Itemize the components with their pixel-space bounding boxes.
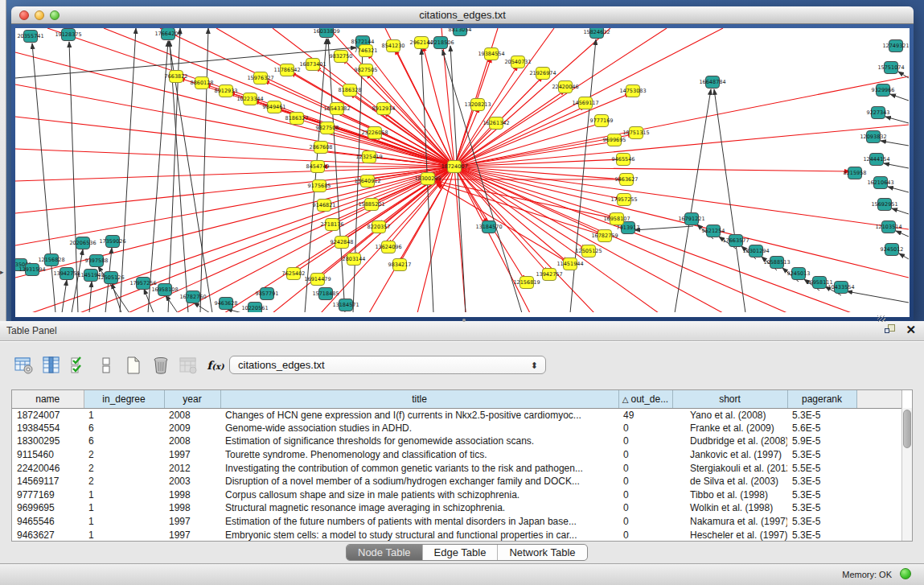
table-cell[interactable]: Changes of HCN gene expression and I(f) … — [220, 408, 618, 422]
graph-node[interactable]: 20355741 — [17, 31, 43, 43]
table-row[interactable]: 1456911722003Disruption of a novel membe… — [12, 475, 901, 488]
column-header-name[interactable]: name — [12, 390, 84, 408]
table-cell[interactable]: 9777169 — [12, 488, 84, 502]
table-cell[interactable]: 1997 — [164, 448, 220, 462]
graph-node[interactable]: 16791221 — [678, 213, 704, 225]
graph-node[interactable]: 9146821 — [313, 200, 336, 212]
network-canvas[interactable]: 2035574119128375176642081603380985721448… — [15, 28, 910, 317]
graph-node[interactable]: 8186327 — [285, 113, 309, 125]
graph-node[interactable]: 8860128 — [191, 77, 214, 89]
table-panel-header[interactable]: Table Panel ✕ — [0, 321, 924, 341]
graph-edge[interactable] — [885, 117, 909, 123]
table-row[interactable]: 2242004622012Investigating the contribut… — [12, 461, 901, 475]
graph-edge[interactable] — [454, 76, 909, 167]
graph-node[interactable]: 9245013 — [787, 268, 811, 280]
graph-edge[interactable] — [454, 167, 568, 262]
table-cell[interactable]: 22420046 — [12, 461, 84, 475]
graph-node[interactable]: 17359026 — [99, 236, 125, 248]
table-cell[interactable]: 1997 — [164, 515, 220, 529]
graph-node[interactable]: 9777169 — [590, 115, 614, 127]
table-cell[interactable]: 2008 — [164, 408, 220, 422]
table-cell[interactable]: 1998 — [164, 501, 220, 515]
network-view-window[interactable]: citations_edges.txt 20355741191283751766… — [11, 6, 914, 321]
graph-node[interactable]: 8220357 — [368, 221, 391, 233]
graph-edge[interactable] — [454, 167, 659, 312]
graph-node[interactable]: 8541230 — [382, 40, 405, 52]
graph-node[interactable]: 16873401 — [299, 59, 326, 71]
graph-edge[interactable] — [714, 89, 745, 312]
table-row[interactable]: 946362711997Embryonic stem cells: a mode… — [12, 528, 901, 542]
table-cell[interactable]: de Silva et al. (2003) — [672, 475, 787, 488]
column-header-year[interactable]: year — [164, 390, 220, 408]
graph-edge[interactable] — [166, 295, 178, 312]
graph-node[interactable]: 15824632 — [583, 28, 610, 39]
graph-edge[interactable] — [305, 39, 326, 312]
graph-node[interactable]: 9827505 — [355, 64, 378, 76]
graph-edge[interactable] — [888, 187, 909, 192]
graph-node[interactable]: 21926974 — [529, 68, 556, 80]
table-cell[interactable]: 5.3E-5 — [787, 475, 856, 488]
graph-edge[interactable] — [884, 163, 909, 168]
table-cell[interactable]: Nakamura et al. (1997) — [672, 515, 787, 529]
graph-node[interactable]: 9463627 — [615, 174, 639, 186]
table-cell[interactable]: 5.3E-5 — [787, 515, 856, 529]
column-header-pagerank[interactable]: pagerank — [787, 390, 856, 408]
column-header-in_degree[interactable]: in_degree — [84, 390, 164, 408]
graph-edge[interactable] — [454, 167, 852, 312]
graph-edge[interactable] — [881, 141, 909, 146]
table-cell[interactable]: 2 — [84, 448, 164, 462]
table-row[interactable]: 969969511998Structural magnetic resonanc… — [12, 501, 901, 515]
graph-node[interactable]: 16782760 — [179, 291, 206, 303]
splitter-handle[interactable] — [462, 319, 466, 322]
graph-edge[interactable] — [847, 291, 909, 303]
graph-edge[interactable] — [200, 28, 208, 312]
graph-node[interactable]: 17664208 — [154, 28, 181, 40]
graph-node[interactable]: 15751074 — [877, 62, 904, 74]
graph-edge[interactable] — [328, 39, 345, 312]
table-cell[interactable]: 2008 — [164, 435, 220, 448]
table-cell[interactable]: 0 — [618, 435, 672, 448]
graph-node[interactable]: 9832750 — [330, 51, 353, 63]
table-selector-dropdown[interactable]: citations_edges.txt ⬍ — [229, 356, 546, 374]
graph-node[interactable]: 13942758 — [53, 268, 80, 280]
table-cell[interactable]: Stergiakouli et al. (2012) — [672, 461, 787, 475]
table-cell[interactable]: 5.3E-5 — [787, 488, 856, 502]
graph-node[interactable]: 14753083 — [619, 85, 646, 97]
table-vertical-scrollbar[interactable] — [901, 408, 912, 541]
graph-edge[interactable] — [899, 253, 909, 259]
graph-edge[interactable] — [634, 226, 693, 230]
graph-edge[interactable] — [896, 231, 909, 237]
delete-columns-button[interactable] — [148, 352, 174, 378]
table-cell[interactable]: 0 — [618, 461, 672, 475]
graph-node[interactable]: 10220561 — [241, 303, 268, 313]
graph-node[interactable]: 2803144 — [343, 253, 366, 266]
table-cell[interactable]: 5.6E-5 — [787, 422, 856, 435]
graph-edge[interactable] — [454, 167, 909, 278]
citation-graph[interactable]: 2035574119128375176642081603380985721448… — [15, 28, 909, 312]
graph-node[interactable]: 13184570 — [475, 221, 502, 233]
function-builder-button[interactable]: f(x) — [203, 352, 228, 378]
table-cell[interactable]: 5.3E-5 — [787, 408, 856, 422]
table-cell[interactable]: Structural magnetic resonance image aver… — [220, 501, 618, 515]
graph-node[interactable]: 16782759 — [591, 230, 618, 242]
graph-edge[interactable] — [194, 303, 210, 312]
table-cell[interactable]: 5.3E-5 — [787, 448, 856, 462]
table-row[interactable]: 946554611997Estimation of the future num… — [12, 515, 901, 529]
table-cell[interactable]: Dudbridge et al. (2008) — [672, 435, 787, 448]
table-cell[interactable]: 2 — [84, 461, 164, 475]
graph-node[interactable]: 9621254 — [702, 225, 725, 237]
graph-node[interactable]: 12505125 — [575, 245, 602, 257]
table-cell[interactable]: 0 — [618, 475, 672, 488]
graph-edge[interactable] — [15, 149, 454, 167]
scrollbar-thumb[interactable] — [903, 410, 911, 448]
graph-node[interactable]: 19384554 — [478, 48, 504, 60]
table-cell[interactable]: 18300295 — [12, 435, 84, 448]
graph-node[interactable]: 13624096 — [375, 241, 401, 253]
graph-node[interactable]: 12156828 — [38, 254, 64, 266]
graph-node[interactable]: 9463628 — [215, 298, 238, 310]
table-cell[interactable]: 5.5E-5 — [787, 461, 856, 475]
graph-node[interactable]: 9465546 — [612, 154, 635, 166]
table-cell[interactable]: Estimation of the future numbers of pati… — [220, 515, 618, 529]
table-cell[interactable]: Yano et al. (2008) — [672, 408, 787, 422]
graph-node[interactable]: 16648784 — [699, 76, 725, 89]
